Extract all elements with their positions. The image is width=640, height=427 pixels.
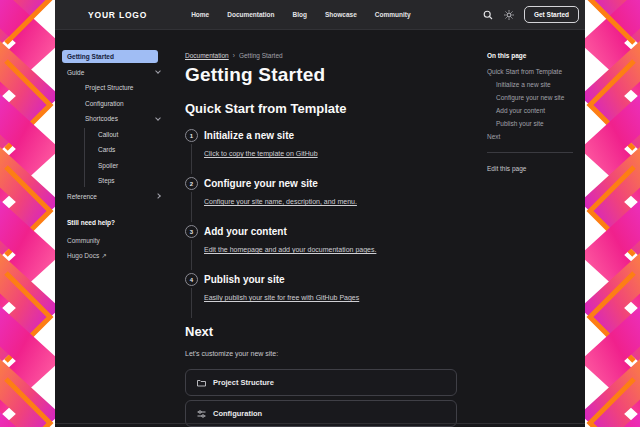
section-title-quick-start: Quick Start from Template bbox=[185, 101, 457, 116]
sidebar-item-project-structure[interactable]: Project Structure bbox=[80, 81, 165, 94]
shortcodes-subgroup: Callout Cards Spoiler Steps bbox=[84, 128, 185, 188]
toc-item-initialize[interactable]: Initialize a new site bbox=[487, 81, 573, 88]
step-initialize: 1 Initialize a new site Click to copy th… bbox=[185, 129, 457, 177]
search-icon[interactable] bbox=[482, 9, 494, 21]
sidebar-item-configuration[interactable]: Configuration bbox=[80, 97, 165, 110]
card-label: Configuration bbox=[213, 409, 262, 418]
sidebar-item-reference[interactable]: Reference bbox=[62, 190, 165, 203]
nav-link-home[interactable]: Home bbox=[191, 11, 209, 18]
card-label: Project Structure bbox=[213, 378, 274, 387]
chevron-right-icon bbox=[155, 193, 161, 199]
chevron-down-icon bbox=[155, 115, 161, 121]
breadcrumb-separator: › bbox=[233, 52, 235, 59]
app-window: YOUR LOGO Home Documentation Blog Showca… bbox=[55, 0, 585, 427]
section-title-next: Next bbox=[185, 324, 457, 339]
steps-list: 1 Initialize a new site Click to copy th… bbox=[185, 129, 457, 321]
toc-item-next[interactable]: Next bbox=[487, 133, 573, 140]
nav-link-showcase[interactable]: Showcase bbox=[325, 11, 357, 18]
help-heading: Still need help? bbox=[62, 219, 185, 226]
step-publish: 4 Publish your site Easily publish your … bbox=[185, 273, 457, 321]
sliders-icon bbox=[197, 410, 206, 418]
nav-link-community[interactable]: Community bbox=[375, 11, 411, 18]
step-title: Initialize a new site bbox=[204, 129, 457, 142]
step-number-badge: 1 bbox=[185, 129, 198, 142]
next-intro-text: Let's customize your new site: bbox=[185, 350, 457, 357]
toc-heading: On this page bbox=[487, 52, 573, 59]
nav-link-documentation[interactable]: Documentation bbox=[227, 11, 274, 18]
top-navbar: YOUR LOGO Home Documentation Blog Showca… bbox=[55, 0, 585, 30]
sidebar-item-getting-started[interactable]: Getting Started bbox=[62, 50, 158, 63]
toc-divider bbox=[487, 152, 573, 153]
step-link[interactable]: Click to copy the template on GitHub bbox=[204, 150, 318, 157]
step-title: Add your content bbox=[204, 225, 457, 238]
main-content: Documentation › Getting Started Getting … bbox=[185, 30, 487, 423]
step-configure: 2 Configure your new site Configure your… bbox=[185, 177, 457, 225]
theme-toggle-sun-icon[interactable] bbox=[503, 9, 515, 21]
page-title: Getting Started bbox=[185, 64, 457, 86]
sidebar-item-guide[interactable]: Guide bbox=[62, 66, 165, 79]
docs-sidebar: Getting Started Guide Project Structure … bbox=[55, 30, 185, 423]
breadcrumb-current: Getting Started bbox=[239, 52, 283, 59]
sidebar-item-steps[interactable]: Steps bbox=[93, 174, 170, 187]
step-link[interactable]: Edit the homepage and add your documenta… bbox=[204, 246, 376, 253]
step-link[interactable]: Easily publish your site for free with G… bbox=[204, 294, 359, 301]
breadcrumb-parent-link[interactable]: Documentation bbox=[185, 52, 229, 59]
sidebar-item-hugo-docs[interactable]: Hugo Docs ↗ bbox=[62, 250, 165, 262]
sidebar-item-shortcodes[interactable]: Shortcodes bbox=[80, 112, 165, 125]
sidebar-item-help-community[interactable]: Community bbox=[62, 235, 165, 247]
on-this-page-toc: On this page Quick Start from Template I… bbox=[487, 30, 585, 423]
navbar-actions: Get Started bbox=[482, 6, 579, 23]
toc-item-quick-start[interactable]: Quick Start from Template bbox=[487, 68, 573, 75]
chevron-pattern-left bbox=[0, 0, 55, 427]
edit-this-page-link[interactable]: Edit this page bbox=[487, 165, 573, 172]
next-cards: Project Structure Configuration bbox=[185, 369, 457, 427]
site-logo[interactable]: YOUR LOGO bbox=[88, 10, 147, 20]
step-link[interactable]: Configure your site name, description, a… bbox=[204, 198, 357, 205]
step-number-badge: 2 bbox=[185, 177, 198, 190]
sidebar-help-section: Still need help? Community Hugo Docs ↗ bbox=[62, 219, 185, 262]
step-number-badge: 4 bbox=[185, 273, 198, 286]
step-add-content: 3 Add your content Edit the homepage and… bbox=[185, 225, 457, 273]
external-link-icon: ↗ bbox=[101, 252, 106, 260]
step-title: Publish your site bbox=[204, 273, 457, 286]
toc-item-configure[interactable]: Configure your new site bbox=[487, 94, 573, 101]
sidebar-item-cards[interactable]: Cards bbox=[93, 143, 170, 156]
breadcrumb: Documentation › Getting Started bbox=[185, 52, 457, 59]
nav-link-blog[interactable]: Blog bbox=[293, 11, 307, 18]
toc-item-add-content[interactable]: Add your content bbox=[487, 107, 573, 114]
folder-icon bbox=[197, 379, 206, 387]
step-title: Configure your new site bbox=[204, 177, 457, 190]
step-number-badge: 3 bbox=[185, 225, 198, 238]
page-layout: Getting Started Guide Project Structure … bbox=[55, 30, 585, 423]
footer-divider bbox=[55, 423, 585, 427]
chevron-down-icon bbox=[155, 68, 161, 74]
toc-item-publish[interactable]: Publish your site bbox=[487, 120, 573, 127]
chevron-pattern-right bbox=[585, 0, 640, 427]
sidebar-item-spoiler[interactable]: Spoiler bbox=[93, 159, 170, 172]
get-started-button[interactable]: Get Started bbox=[524, 6, 579, 23]
card-project-structure[interactable]: Project Structure bbox=[185, 369, 457, 396]
sidebar-item-callout[interactable]: Callout bbox=[93, 128, 170, 141]
main-nav: Home Documentation Blog Showcase Communi… bbox=[191, 11, 410, 18]
